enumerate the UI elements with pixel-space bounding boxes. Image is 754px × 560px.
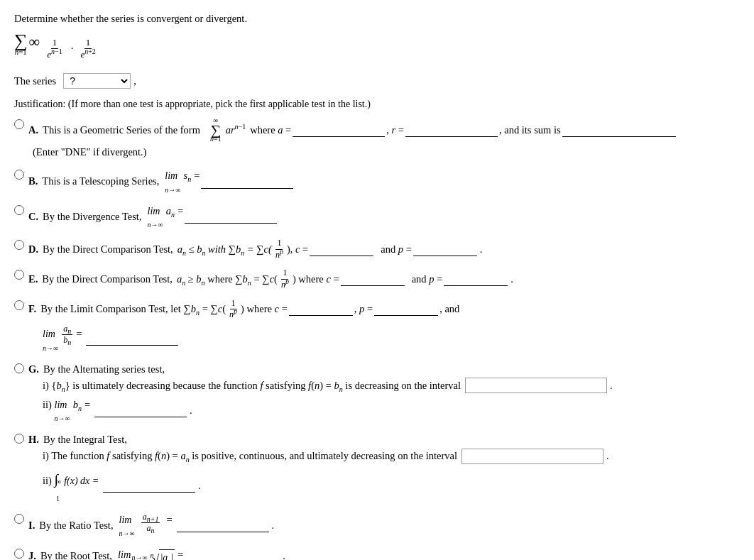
option-F-where-c: ) where c = xyxy=(241,301,288,317)
option-A-sum-input[interactable] xyxy=(562,123,676,137)
series-convergence-select[interactable]: ? converges diverges xyxy=(63,73,131,89)
option-F-frac: 1 np xyxy=(228,298,239,321)
option-H-radio[interactable] xyxy=(14,434,24,444)
option-G-label: G. xyxy=(28,361,39,378)
option-F-radio[interactable] xyxy=(14,300,24,310)
option-F-p-input[interactable] xyxy=(374,302,438,316)
option-A-r-input[interactable] xyxy=(405,123,498,137)
option-A-sigma: ∞ ∑ n=1 xyxy=(210,117,222,143)
option-F-lim-label: lim n→∞ an bn = xyxy=(43,324,82,354)
option-F-label: F. xyxy=(28,301,36,317)
option-G-ii-text: ii) lim n→∞ bn = xyxy=(43,397,90,424)
option-E-period: . xyxy=(510,271,513,287)
option-D-an: an ≤ bn with ∑bn = ∑c( xyxy=(177,241,272,258)
justification-header: Justification: (If more than one test is… xyxy=(14,99,740,110)
option-E-formula: an ≥ bn where ∑bn = ∑c( xyxy=(177,271,278,287)
option-J-period: . xyxy=(283,548,285,560)
option-G-text: By the Alternating series test, xyxy=(43,361,165,378)
option-A-comma-sum: , and its sum is xyxy=(499,122,561,138)
option-C-label: C. xyxy=(28,209,38,225)
option-E-close: ) where c = xyxy=(293,271,339,287)
option-G-interval-input[interactable] xyxy=(465,378,607,393)
option-J-text: By the Root Test, xyxy=(40,548,112,560)
option-A-row: A. This is a Geometric Series of the for… xyxy=(14,117,740,160)
option-F-row: F. By the Limit Comparison Test, let ∑bn… xyxy=(14,298,740,354)
option-H-i-text: i) The function f satisfying f(n) = an i… xyxy=(43,448,457,464)
option-B-text: This is a Telescoping Series, xyxy=(42,173,159,190)
option-H-row: H. By the Integral Test, i) The function… xyxy=(14,432,740,504)
series-formula: ∑ n=1 ∞ ∞ 1 en−1 · 1 en+2 xyxy=(14,32,740,65)
option-J-row: J. By the Root Test, lim n→∞ n √ |an| = … xyxy=(14,547,740,560)
option-I-label: I. xyxy=(28,517,35,534)
option-C-radio[interactable] xyxy=(14,205,24,215)
option-D-c-input[interactable] xyxy=(310,243,373,256)
option-E-frac: 1 np xyxy=(280,268,290,290)
series-label: The series xyxy=(14,75,56,87)
option-F-lim-input[interactable] xyxy=(86,332,178,346)
option-A-text: This is a Geometric Series of the form xyxy=(43,122,200,138)
option-B-row: B. This is a Telescoping Series, lim n→∞… xyxy=(14,168,740,195)
option-I-row: I. By the Ratio Test, lim n→∞ an+1 an xyxy=(14,512,740,539)
option-E-label: E. xyxy=(28,271,38,287)
option-E-c-input[interactable] xyxy=(341,273,405,286)
option-H-ii-text: ii) ∫ ∞ 1 f(x) dx = xyxy=(43,468,99,505)
option-C-text: By the Divergence Test, xyxy=(43,209,141,225)
option-H-label: H. xyxy=(28,432,39,448)
option-B-lim: lim n→∞ sn = xyxy=(165,168,200,195)
option-D-p-input[interactable] xyxy=(413,243,477,256)
option-E-radio[interactable] xyxy=(14,270,24,280)
option-G-i-text: i) {bn} is ultimately decreasing because… xyxy=(43,378,461,394)
option-D-frac: 1 np xyxy=(274,238,285,260)
option-A-comma-r: , r = xyxy=(386,122,404,138)
option-A-dne-note: (Enter "DNE" if divergent.) xyxy=(33,144,147,160)
option-H-interval-input[interactable] xyxy=(461,449,603,464)
option-H-integral-input[interactable] xyxy=(103,479,195,493)
option-J-radio[interactable] xyxy=(14,549,24,559)
option-A-a-input[interactable] xyxy=(293,123,385,137)
option-D-period: . xyxy=(480,241,483,258)
option-F-and: , and xyxy=(439,301,459,317)
option-H-period1: . xyxy=(606,448,609,464)
option-G-lim-input[interactable] xyxy=(94,404,187,417)
option-E-p-input[interactable] xyxy=(444,273,508,286)
option-D-text: By the Direct Comparison Test, xyxy=(43,241,173,258)
option-H-period2: . xyxy=(198,478,201,494)
option-B-radio[interactable] xyxy=(14,170,24,180)
option-D-row: D. By the Direct Comparison Test, an ≤ b… xyxy=(14,238,740,260)
problem-statement: Determine whether the series is converge… xyxy=(14,13,740,25)
option-A-label: A. xyxy=(28,122,38,138)
option-G-period2: . xyxy=(190,402,192,419)
option-I-radio[interactable] xyxy=(14,514,24,524)
option-H-text: By the Integral Test, xyxy=(43,432,127,448)
option-D-close: ), c = xyxy=(287,241,308,258)
option-C-input[interactable] xyxy=(185,210,277,224)
option-D-label: D. xyxy=(28,241,38,258)
option-C-lim: lim n→∞ an = xyxy=(148,203,184,231)
option-C-row: C. By the Divergence Test, lim n→∞ an = xyxy=(14,203,740,231)
option-J-input[interactable] xyxy=(187,549,280,560)
option-E-and-p: and p = xyxy=(412,271,443,287)
series-answer-row: The series ? converges diverges , xyxy=(14,73,740,89)
option-A-formula: arn−1 xyxy=(226,122,246,138)
option-J-lim: lim n→∞ n √ |an| = xyxy=(118,547,183,560)
option-B-input[interactable] xyxy=(201,175,293,189)
option-D-and-p: and p = xyxy=(381,241,412,258)
comma-after-select: , xyxy=(133,75,136,87)
option-G-radio[interactable] xyxy=(14,363,24,373)
option-E-row: E. By the Direct Comparison Test, an ≥ b… xyxy=(14,268,740,290)
option-A-where: where a = xyxy=(250,122,291,138)
option-B-label: B. xyxy=(28,173,38,190)
option-I-lim: lim n→∞ an+1 an = xyxy=(119,512,173,539)
option-D-radio[interactable] xyxy=(14,240,24,250)
option-I-input[interactable] xyxy=(177,519,269,532)
option-I-text: By the Ratio Test, xyxy=(39,517,113,534)
option-J-label: J. xyxy=(28,548,36,560)
option-G-row: G. By the Alternating series test, i) {b… xyxy=(14,361,740,425)
option-F-c-input[interactable] xyxy=(289,302,353,316)
option-F-text: By the Limit Comparison Test, let ∑bn = … xyxy=(40,301,226,317)
option-I-period: . xyxy=(272,517,275,534)
option-A-radio[interactable] xyxy=(14,119,24,129)
option-G-period1: . xyxy=(610,378,613,394)
option-E-text: By the Direct Comparison Test, xyxy=(42,271,173,287)
option-F-p: , p = xyxy=(354,301,373,317)
